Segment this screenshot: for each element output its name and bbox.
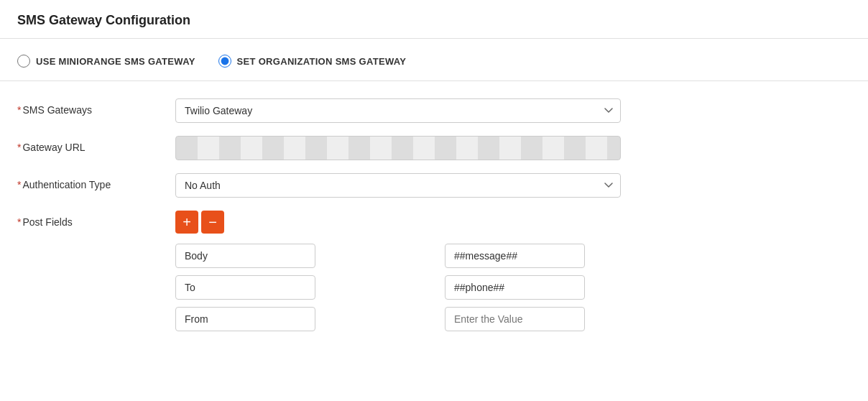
auth-type-label: *Authentication Type	[17, 173, 175, 190]
radio-organization[interactable]	[218, 55, 231, 68]
required-star-2: *	[17, 142, 21, 153]
field-key-from[interactable]	[175, 307, 315, 331]
auth-type-row: *Authentication Type No Auth Basic Auth …	[17, 173, 851, 198]
sms-gateways-row: *SMS Gateways Twilio Gateway Custom Gate…	[17, 98, 851, 123]
field-key-to[interactable]	[175, 275, 315, 300]
sms-gateways-label: *SMS Gateways	[17, 98, 175, 116]
remove-field-button[interactable]: −	[201, 211, 224, 234]
add-field-button[interactable]: +	[175, 211, 198, 234]
field-rows	[175, 244, 851, 331]
auth-type-select[interactable]: No Auth Basic Auth OAuth	[175, 173, 621, 198]
field-key-body[interactable]	[175, 244, 315, 268]
field-value-phone[interactable]	[445, 275, 585, 300]
field-value-message[interactable]	[445, 244, 585, 268]
page-header: SMS Gateway Configuration	[0, 0, 868, 39]
radio-option-miniorange[interactable]: USE MINIORANGE SMS GATEWAY	[17, 55, 195, 68]
gateway-url-wrap	[175, 136, 621, 160]
radio-option-organization[interactable]: SET ORGANIZATION SMS GATEWAY	[218, 55, 407, 68]
form-section: *SMS Gateways Twilio Gateway Custom Gate…	[0, 81, 868, 349]
post-fields-btn-group: + −	[175, 211, 851, 234]
gateway-url-input[interactable]	[175, 136, 621, 160]
page-container: SMS Gateway Configuration USE MINIORANGE…	[0, 0, 868, 401]
table-row	[175, 275, 851, 300]
table-row	[175, 307, 851, 331]
table-row	[175, 244, 851, 268]
page-title: SMS Gateway Configuration	[17, 13, 851, 28]
required-star-4: *	[17, 216, 21, 228]
radio-label-organization: SET ORGANIZATION SMS GATEWAY	[237, 56, 407, 67]
required-star-3: *	[17, 179, 21, 190]
post-fields-content: + −	[175, 211, 851, 331]
sms-gateways-wrap: Twilio Gateway Custom Gateway	[175, 98, 621, 123]
gateway-url-row: *Gateway URL	[17, 136, 851, 160]
post-fields-section: *Post Fields + −	[17, 211, 851, 331]
radio-miniorange[interactable]	[17, 55, 30, 68]
gateway-url-label: *Gateway URL	[17, 136, 175, 153]
radio-section: USE MINIORANGE SMS GATEWAY SET ORGANIZAT…	[0, 39, 868, 81]
post-fields-label: *Post Fields	[17, 211, 175, 228]
radio-label-miniorange: USE MINIORANGE SMS GATEWAY	[36, 56, 195, 67]
required-star: *	[17, 104, 21, 116]
sms-gateways-select[interactable]: Twilio Gateway Custom Gateway	[175, 98, 621, 123]
field-value-enter[interactable]	[445, 307, 585, 331]
auth-type-wrap: No Auth Basic Auth OAuth	[175, 173, 621, 198]
